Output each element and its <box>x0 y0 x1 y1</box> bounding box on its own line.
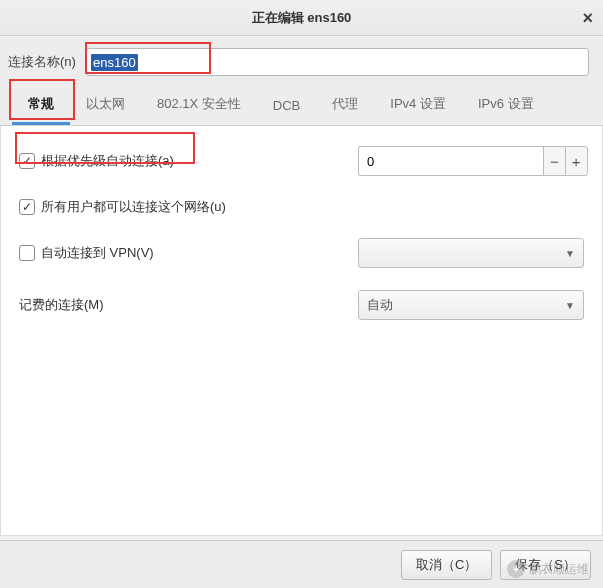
cancel-button[interactable]: 取消（C） <box>401 550 492 580</box>
priority-increment[interactable]: + <box>565 146 588 176</box>
tab-ipv4[interactable]: IPv4 设置 <box>374 85 462 125</box>
priority-decrement[interactable]: − <box>543 146 565 176</box>
all-users-checkbox[interactable] <box>19 199 35 215</box>
metered-combo-value: 自动 <box>367 296 393 314</box>
window-title: 正在编辑 ens160 <box>252 9 352 27</box>
dialog-footer: 取消（C） 保存（S） <box>0 540 603 588</box>
connection-name-input[interactable]: ens160 <box>86 48 589 76</box>
tab-bar: 常规 以太网 802.1X 安全性 DCB 代理 IPv4 设置 IPv6 设置 <box>0 86 603 126</box>
priority-input[interactable] <box>358 146 543 176</box>
priority-spinner: − + <box>358 146 584 176</box>
vpn-checkbox[interactable] <box>19 245 35 261</box>
tab-ipv6[interactable]: IPv6 设置 <box>462 85 550 125</box>
tab-dcb[interactable]: DCB <box>257 88 316 125</box>
tab-content-general: 根据优先级自动连接(a) − + 所有用户都可以连接这个网络(u) 自动连接到 … <box>0 126 603 536</box>
row-auto-connect: 根据优先级自动连接(a) − + <box>19 146 584 176</box>
connection-name-label: 连接名称(n) <box>8 53 86 71</box>
all-users-label: 所有用户都可以连接这个网络(u) <box>41 198 226 216</box>
close-icon[interactable]: × <box>582 0 593 36</box>
vpn-label: 自动连接到 VPN(V) <box>41 244 154 262</box>
chevron-down-icon: ▼ <box>565 300 575 311</box>
connection-name-value: ens160 <box>91 54 138 71</box>
tab-ethernet[interactable]: 以太网 <box>70 85 141 125</box>
save-button[interactable]: 保存（S） <box>500 550 591 580</box>
tab-security[interactable]: 802.1X 安全性 <box>141 85 257 125</box>
connection-name-row: 连接名称(n) ens160 <box>0 36 603 86</box>
vpn-combo[interactable]: ▼ <box>358 238 584 268</box>
tab-proxy[interactable]: 代理 <box>316 85 374 125</box>
tab-general[interactable]: 常规 <box>12 85 70 125</box>
row-vpn: 自动连接到 VPN(V) ▼ <box>19 238 584 268</box>
chevron-down-icon: ▼ <box>565 248 575 259</box>
auto-connect-checkbox[interactable] <box>19 153 35 169</box>
metered-label: 记费的连接(M) <box>19 296 104 314</box>
titlebar: 正在编辑 ens160 × <box>0 0 603 36</box>
metered-combo[interactable]: 自动 ▼ <box>358 290 584 320</box>
auto-connect-label: 根据优先级自动连接(a) <box>41 152 174 170</box>
row-all-users: 所有用户都可以连接这个网络(u) <box>19 192 584 222</box>
row-metered: 记费的连接(M) 自动 ▼ <box>19 290 584 320</box>
